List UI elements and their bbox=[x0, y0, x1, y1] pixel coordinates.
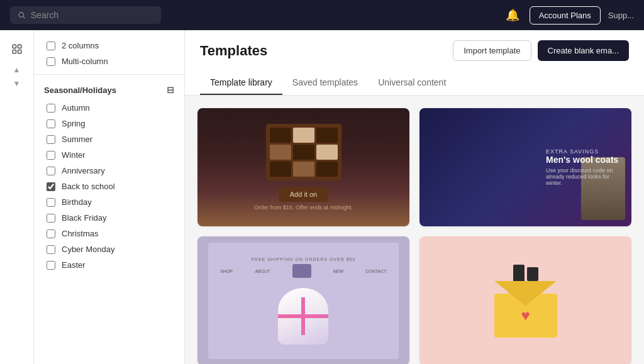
seasonal-section-header[interactable]: Seasonal/Holidays ⊟ bbox=[34, 80, 184, 100]
filter-label-black-friday: Black Friday bbox=[62, 213, 107, 223]
nav-new: NEW bbox=[333, 269, 343, 273]
sidebar-item-1[interactable] bbox=[4, 36, 30, 62]
gift-nav: SHOP ABOUT NEW CONTACT bbox=[213, 264, 394, 278]
template-card-envelope[interactable]: ♥ — ⋮ bbox=[419, 236, 631, 364]
filter-birthday[interactable]: Birthday bbox=[34, 194, 184, 210]
collapse-icon: ⊟ bbox=[167, 85, 174, 95]
notification-bell-icon[interactable]: 🔔 bbox=[503, 6, 522, 25]
header-buttons: Import template Create blank ema... bbox=[453, 40, 629, 61]
search-icon bbox=[18, 11, 26, 19]
page-title: Templates bbox=[200, 43, 267, 59]
checkbox-cyber-monday[interactable] bbox=[47, 245, 55, 254]
checkbox-back-to-school[interactable] bbox=[47, 182, 55, 191]
template-thumbnail-envelope: ♥ bbox=[419, 236, 631, 364]
checkbox-black-friday[interactable] bbox=[47, 214, 55, 223]
top-nav: 🔔 Account Plans Supp... bbox=[0, 0, 644, 30]
template-thumbnail-valentines-deal: Add it on Order from $15. Offer ends at … bbox=[197, 108, 409, 226]
search-input[interactable] bbox=[31, 10, 153, 20]
extra-savings-label: EXTRA SAVINGS bbox=[546, 148, 621, 155]
template-card-valentines-sale[interactable]: EXTRA SAVINGS Men's wool coats Use your … bbox=[419, 108, 631, 226]
add-it-on-button: Add it on bbox=[279, 187, 328, 202]
checkbox-summer[interactable] bbox=[47, 135, 55, 144]
filter-label-anniversary: Anniversary bbox=[62, 166, 105, 175]
search-box[interactable] bbox=[10, 6, 161, 24]
checkbox-easter[interactable] bbox=[47, 261, 55, 270]
choc-piece-3 bbox=[316, 128, 338, 143]
svg-rect-3 bbox=[18, 45, 21, 48]
filter-label-summer: Summer bbox=[62, 135, 92, 144]
sidebar: ▲ ▼ bbox=[0, 30, 34, 364]
filter-label-birthday: Birthday bbox=[62, 197, 92, 207]
import-template-button[interactable]: Import template bbox=[453, 40, 531, 61]
checkbox-spring[interactable] bbox=[47, 119, 55, 128]
create-blank-email-button[interactable]: Create blank ema... bbox=[538, 40, 629, 61]
filter-divider bbox=[34, 74, 184, 75]
filter-easter[interactable]: Easter bbox=[34, 257, 184, 273]
checkbox-multi-column[interactable] bbox=[47, 57, 55, 66]
filter-winter[interactable]: Winter bbox=[34, 147, 184, 163]
tab-saved-templates[interactable]: Saved templates bbox=[282, 71, 368, 95]
filter-black-friday[interactable]: Black Friday bbox=[34, 210, 184, 226]
gift-box-image bbox=[278, 288, 328, 345]
svg-rect-2 bbox=[13, 45, 16, 48]
envelope-flap bbox=[494, 281, 557, 306]
svg-rect-4 bbox=[13, 50, 16, 53]
deal-subtitle: Order from $15. Offer ends at midnight. bbox=[254, 204, 353, 211]
choc-piece-2 bbox=[293, 128, 314, 143]
templates-grid: Add it on Order from $15. Offer ends at … bbox=[185, 96, 644, 364]
tab-template-library[interactable]: Template library bbox=[200, 71, 282, 95]
template-thumbnail-gift: FREE SHIPPING ON ORDERS OVER $50 SHOP AB… bbox=[197, 236, 409, 364]
nav-about: ABOUT bbox=[255, 269, 270, 273]
template-card-valentines-deal[interactable]: Add it on Order from $15. Offer ends at … bbox=[197, 108, 409, 226]
filter-cyber-monday[interactable]: Cyber Monday bbox=[34, 241, 184, 257]
checkbox-winter[interactable] bbox=[47, 151, 55, 160]
content-header-top: Templates Import template Create blank e… bbox=[200, 40, 629, 61]
filter-panel: 2 columns Multi-column Seasonal/Holidays… bbox=[34, 30, 185, 364]
filter-summer[interactable]: Summer bbox=[34, 131, 184, 147]
sidebar-chevron-up[interactable]: ▲ bbox=[13, 65, 21, 74]
gift-template-inner: FREE SHIPPING ON ORDERS OVER $50 SHOP AB… bbox=[208, 243, 399, 359]
gift-ribbon-horizontal bbox=[278, 314, 328, 318]
svg-point-0 bbox=[19, 13, 23, 17]
checkbox-christmas[interactable] bbox=[47, 229, 55, 238]
mens-wool-label: Men's wool coats bbox=[546, 155, 621, 165]
choc-piece-7 bbox=[270, 162, 291, 177]
filter-2-columns[interactable]: 2 columns bbox=[34, 38, 184, 53]
nav-contact: CONTACT bbox=[365, 269, 386, 273]
chocolate-box bbox=[266, 124, 341, 180]
filter-back-to-school[interactable]: Back to school bbox=[34, 179, 184, 194]
filter-label-winter: Winter bbox=[62, 150, 86, 160]
choc-piece-5 bbox=[293, 145, 314, 160]
sale-text-box: EXTRA SAVINGS Men's wool coats Use your … bbox=[546, 148, 621, 186]
template-card-gift[interactable]: FREE SHIPPING ON ORDERS OVER $50 SHOP AB… bbox=[197, 236, 409, 364]
gift-logo bbox=[292, 264, 311, 278]
choc-piece-4 bbox=[270, 145, 291, 160]
filter-label-back-to-school: Back to school bbox=[62, 182, 115, 191]
content-header: Templates Import template Create blank e… bbox=[185, 30, 644, 96]
filter-label-autumn: Autumn bbox=[62, 103, 90, 113]
checkbox-birthday[interactable] bbox=[47, 198, 55, 207]
filter-label-spring: Spring bbox=[62, 119, 86, 128]
checkbox-anniversary[interactable] bbox=[47, 167, 55, 175]
filter-label-christmas: Christmas bbox=[62, 229, 99, 238]
filter-autumn[interactable]: Autumn bbox=[34, 100, 184, 116]
choc-piece-6 bbox=[316, 145, 338, 160]
filter-multi-column[interactable]: Multi-column bbox=[34, 53, 184, 69]
tabs-row: Template library Saved templates Univers… bbox=[200, 71, 629, 95]
account-plans-button[interactable]: Account Plans bbox=[530, 6, 601, 25]
filter-christmas[interactable]: Christmas bbox=[34, 226, 184, 241]
sidebar-chevron-down[interactable]: ▼ bbox=[13, 79, 21, 88]
filter-anniversary[interactable]: Anniversary bbox=[34, 163, 184, 179]
filter-spring[interactable]: Spring bbox=[34, 116, 184, 131]
filter-label-easter: Easter bbox=[62, 260, 86, 270]
envelope-wrap: ♥ bbox=[494, 265, 557, 338]
tab-universal-content[interactable]: Universal content bbox=[368, 71, 456, 95]
checkbox-autumn[interactable] bbox=[47, 104, 55, 113]
choc-piece-1 bbox=[270, 128, 291, 143]
filter-label-2-columns: 2 columns bbox=[62, 41, 99, 50]
checkbox-2-columns[interactable] bbox=[47, 41, 55, 50]
envelope-body: ♥ bbox=[494, 294, 557, 338]
seasonal-section-title: Seasonal/Holidays bbox=[44, 85, 116, 95]
support-button[interactable]: Supp... bbox=[608, 11, 634, 20]
free-shipping-banner: FREE SHIPPING ON ORDERS OVER $50 bbox=[252, 257, 356, 262]
